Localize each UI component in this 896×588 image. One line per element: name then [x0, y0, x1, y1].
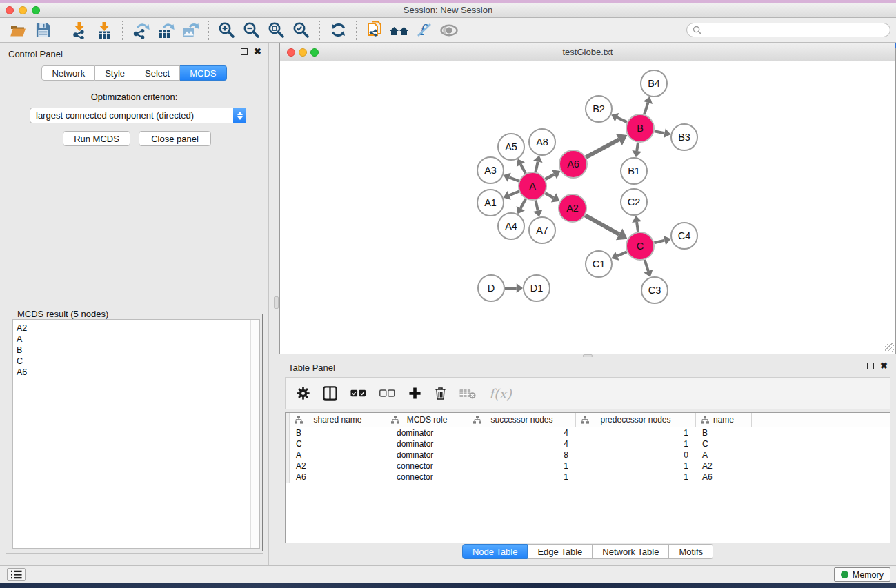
graph-edge-A-A6[interactable] — [545, 174, 554, 179]
close-panel-icon[interactable]: ✖ — [254, 48, 261, 55]
node-table[interactable]: shared nameMCDS rolesuccessor nodesprede… — [285, 412, 890, 543]
float-panel-icon[interactable] — [241, 48, 248, 55]
table-cell[interactable]: A — [696, 450, 752, 460]
graphics-details-button[interactable]: f — [414, 20, 435, 41]
deselect-all-button[interactable] — [379, 389, 395, 397]
column-header-predecessor-nodes[interactable]: predecessor nodes — [576, 413, 696, 427]
table-cell[interactable]: dominator — [386, 439, 468, 449]
memory-button[interactable]: Memory — [834, 567, 890, 582]
zoom-selected-button[interactable] — [291, 20, 312, 41]
table-row[interactable]: Cdominator41C — [286, 438, 890, 449]
graph-edge-A-A3[interactable] — [509, 177, 519, 181]
table-cell[interactable]: C — [696, 439, 752, 449]
close-panel-button[interactable]: Close panel — [139, 131, 211, 146]
show-columns-button[interactable] — [323, 386, 337, 401]
graph-edge-C-C4[interactable] — [654, 241, 664, 243]
table-cell[interactable]: 8 — [468, 450, 576, 460]
table-cell[interactable]: B — [290, 428, 386, 438]
table-cell[interactable]: B — [696, 428, 752, 438]
table-cell[interactable]: dominator — [386, 450, 468, 460]
table-options-button[interactable] — [297, 387, 310, 400]
graph-edge-C-C3[interactable] — [645, 260, 648, 271]
table-row[interactable]: Adominator80A — [286, 449, 890, 460]
apply-function-button[interactable]: f(x) — [489, 386, 512, 401]
mcds-result-item[interactable]: A — [17, 334, 259, 345]
graph-edge-B-B4[interactable] — [644, 103, 648, 114]
table-cell[interactable]: 1 — [576, 428, 696, 438]
duplicate-network-button[interactable] — [364, 20, 385, 41]
table-cell[interactable]: 1 — [468, 461, 576, 471]
graph-edge-B-B1[interactable] — [637, 143, 638, 151]
table-cell[interactable]: 1 — [576, 439, 696, 449]
tab-style[interactable]: Style — [95, 65, 135, 81]
table-row[interactable]: Bdominator41B — [286, 427, 890, 438]
table-cell[interactable]: 4 — [468, 439, 576, 449]
zoom-out-button[interactable] — [241, 20, 262, 41]
graph-edge-C-C1[interactable] — [617, 252, 627, 256]
add-column-button[interactable] — [408, 387, 421, 400]
graph-edge-A-A2[interactable] — [545, 193, 553, 198]
zoom-in-button[interactable] — [217, 20, 237, 41]
table-row[interactable]: A2connector11A2 — [286, 460, 890, 472]
search-field[interactable] — [686, 23, 890, 37]
column-header-shared-name[interactable]: shared name — [290, 413, 386, 427]
graph-edge-B-B3[interactable] — [655, 131, 665, 133]
mcds-scrollbar[interactable] — [250, 320, 259, 548]
tab-mcds[interactable]: MCDS — [180, 65, 226, 81]
resize-grip[interactable] — [885, 343, 894, 352]
table-cell[interactable]: A2 — [696, 461, 752, 471]
task-history-button[interactable] — [7, 568, 26, 581]
float-table-panel-icon[interactable] — [867, 363, 874, 369]
table-cell[interactable]: connector — [386, 472, 468, 482]
export-image-button[interactable] — [180, 20, 201, 41]
table-cell[interactable]: A6 — [290, 472, 386, 482]
mcds-result-item[interactable]: C — [17, 356, 259, 367]
table-cell[interactable]: A2 — [290, 461, 386, 471]
first-neighbors-button[interactable] — [389, 20, 410, 41]
import-network-button[interactable] — [69, 20, 90, 41]
import-table-button[interactable] — [94, 20, 115, 41]
run-mcds-button[interactable]: Run MCDS — [63, 131, 130, 146]
table-cell[interactable]: 1 — [576, 461, 696, 471]
graph-edge-A2-C[interactable] — [585, 215, 619, 234]
zoom-fit-button[interactable] — [266, 20, 287, 41]
vertical-splitter-handle[interactable] — [274, 296, 279, 309]
show-hide-button[interactable] — [439, 20, 459, 41]
graph-edge-A-A5[interactable] — [521, 165, 526, 174]
table-cell[interactable]: connector — [386, 461, 468, 471]
table-cell[interactable]: 1 — [468, 472, 576, 482]
export-network-button[interactable] — [130, 20, 151, 41]
delete-column-button[interactable] — [435, 387, 446, 401]
tab-node-table[interactable]: Node Table — [462, 544, 528, 559]
graph-edge-C-C2[interactable] — [637, 222, 638, 232]
table-cell[interactable]: A — [290, 450, 386, 460]
column-header-name[interactable]: name — [696, 413, 752, 427]
delete-table-button[interactable] — [459, 388, 476, 399]
table-cell[interactable]: 1 — [576, 472, 696, 482]
mcds-result-item[interactable]: A2 — [17, 323, 259, 334]
tab-network-table[interactable]: Network Table — [593, 544, 669, 559]
mcds-result-item[interactable]: B — [17, 345, 259, 356]
mcds-result-list[interactable]: A2ABCA6 — [12, 319, 260, 549]
mcds-result-item[interactable]: A6 — [17, 367, 259, 378]
network-canvas[interactable]: AA1A2A3A4A5A6A7A8BB1B2B3B4CC1C2C3C4DD1 — [280, 61, 895, 354]
column-header-MCDS-role[interactable]: MCDS role — [386, 413, 468, 427]
table-cell[interactable]: dominator — [386, 428, 468, 438]
graph-edge-A-A1[interactable] — [509, 192, 519, 196]
tab-select[interactable]: Select — [135, 65, 180, 81]
criterion-dropdown[interactable]: largest connected component (directed) — [30, 108, 246, 123]
tab-motifs[interactable]: Motifs — [669, 544, 713, 559]
graph-edge-B-B2[interactable] — [617, 117, 627, 122]
save-session-button[interactable] — [32, 20, 53, 41]
close-table-panel-icon[interactable]: ✖ — [880, 363, 888, 369]
graph-edge-A-A8[interactable] — [535, 162, 537, 172]
tab-network[interactable]: Network — [41, 65, 95, 81]
network-titlebar[interactable]: testGlobe.txt — [280, 43, 895, 61]
export-table-button[interactable] — [155, 20, 176, 41]
graph-edge-A-A4[interactable] — [521, 199, 526, 209]
table-row[interactable]: A6connector11A6 — [286, 472, 890, 483]
table-cell[interactable]: A6 — [696, 472, 752, 482]
column-header-successor-nodes[interactable]: successor nodes — [468, 413, 576, 427]
table-cell[interactable]: 4 — [468, 428, 576, 438]
search-input[interactable] — [701, 26, 884, 35]
